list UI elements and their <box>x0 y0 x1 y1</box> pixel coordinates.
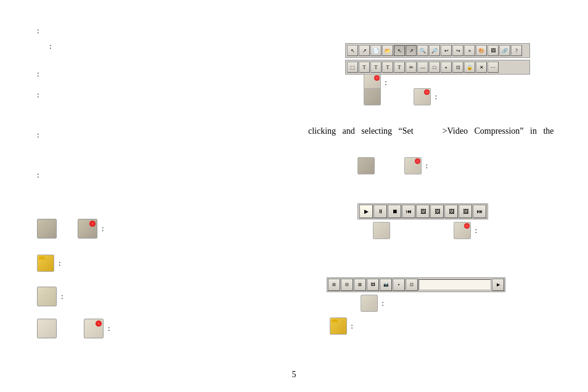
tb-btn-list[interactable]: ≡ <box>464 45 475 56</box>
frame-btn-4[interactable]: 🖼 <box>459 205 472 218</box>
icon-r4-right <box>454 222 471 239</box>
colon-two: : <box>108 324 110 333</box>
colon-r2: : <box>435 92 438 101</box>
right-icon-row-4: : <box>373 222 477 239</box>
colon-r4: : <box>475 226 478 235</box>
toolbar-row-2: ⬚ T T T T ✏ — □ ▪ ⊡ 🔒 ✕ ⋯ <box>345 60 530 75</box>
inline-text-block: clicking and selecting “Set >Video Compr… <box>308 123 573 139</box>
page-container: : : : : : : : <box>0 0 588 392</box>
gear-icon-1 <box>37 219 57 239</box>
tb-btn-text4[interactable]: T <box>394 62 405 73</box>
left-colon-2: : <box>37 69 39 78</box>
tb-btn-text2[interactable]: T <box>370 62 382 73</box>
frame-btn-3[interactable]: 🖼 <box>444 205 458 218</box>
colon-folder-bottom: : <box>351 321 353 330</box>
icon-row-folder: : <box>37 255 271 272</box>
left-colon-1a: : <box>49 41 52 51</box>
gear-icon-2 <box>78 219 97 239</box>
folder-icon <box>37 255 54 272</box>
tb-btn-new[interactable]: 📄 <box>370 45 382 56</box>
tb-btn-zoom-out[interactable]: 🔎 <box>429 45 440 56</box>
bt-btn-4[interactable]: 🖼 <box>367 279 379 291</box>
timeline-toolbar: ▶ ⏸ ⏹ ⏮ 🖼 🖼 🖼 🖼 ⏭ <box>357 203 488 219</box>
tb-btn-arrow[interactable]: ↗ <box>359 45 370 56</box>
word-selecting: selecting <box>361 126 392 136</box>
tb-btn-link[interactable]: 🔗 <box>499 45 510 56</box>
red-icon-r2 <box>414 88 431 105</box>
tb-btn-help[interactable]: ? <box>511 45 522 56</box>
frame-btn-2[interactable]: 🖼 <box>430 205 444 218</box>
icon-r4-left <box>373 222 390 239</box>
printer-icon-sm <box>361 295 378 312</box>
tb-btn-pencil[interactable]: ✏ <box>406 62 417 73</box>
left-column: : : : : : : : <box>37 25 271 343</box>
word-the: the <box>543 126 553 136</box>
left-colon-5: : <box>37 170 39 179</box>
play-button[interactable]: ▶ <box>359 205 373 218</box>
colon-r1: : <box>385 78 387 87</box>
tb-btn-zoom-in[interactable]: 🔍 <box>417 45 428 56</box>
left-item-1: : <box>37 25 271 38</box>
tb-btn-shape[interactable]: □ <box>429 62 440 73</box>
word-clicking: clicking <box>308 126 336 136</box>
tb-btn-crop[interactable]: ⊡ <box>452 62 463 73</box>
colon-printer: : <box>61 292 63 301</box>
tb-btn-pointer[interactable]: ↖ <box>394 45 405 56</box>
film-icon-left <box>37 319 57 338</box>
bottom-toolbar-input[interactable] <box>419 279 491 290</box>
begin-button[interactable]: ⏮ <box>402 205 415 218</box>
printer-icon-row: : <box>361 295 384 312</box>
icon-row-two: : <box>37 319 271 338</box>
colon-printer-sm: : <box>382 298 384 308</box>
left-item-1a: : <box>37 40 271 53</box>
tb-btn-redo[interactable]: ↪ <box>452 45 463 56</box>
tb-btn-pointer2[interactable]: ↗ <box>406 45 417 56</box>
bt-btn-5[interactable]: 📷 <box>380 279 392 291</box>
tb-btn-undo[interactable]: ↩ <box>441 45 452 56</box>
frame-btn-1[interactable]: 🖼 <box>416 205 430 218</box>
tb-btn-line[interactable]: — <box>417 62 428 73</box>
toolbar-row-1: ↖ ↗ 📄 📂 ↖ ↗ 🔍 🔎 ↩ ↪ ≡ 🎨 🖼 🔗 ? <box>345 43 530 58</box>
film-icon-right <box>84 319 104 338</box>
left-colon-1: : <box>37 26 39 35</box>
bottom-toolbar-wrap: ⊞ ⊟ ⊠ 🖼 📷 ▪ ⊡ ▶ <box>327 277 505 292</box>
left-item-3: : <box>37 89 271 102</box>
icon-row-gear: : <box>37 219 271 239</box>
tb-btn-img[interactable]: 🖼 <box>488 45 499 56</box>
tb-btn-text[interactable]: T <box>359 62 370 73</box>
bt-btn-1[interactable]: ⊞ <box>328 279 340 291</box>
tb-btn-color[interactable]: 🎨 <box>476 45 487 56</box>
left-item-5: : <box>37 169 271 182</box>
word-compression: Compression” <box>474 126 523 136</box>
tb-btn-cursor[interactable]: ↖ <box>347 45 358 56</box>
bt-btn-scroll-right[interactable]: ▶ <box>492 279 504 291</box>
stop-button[interactable]: ⏹ <box>388 205 401 218</box>
timeline-toolbar-wrap: ▶ ⏸ ⏹ ⏮ 🖼 🖼 🖼 🖼 ⏭ <box>357 203 488 219</box>
tb-btn-fill[interactable]: ▪ <box>441 62 452 73</box>
toolbar-area: ↖ ↗ 📄 📂 ↖ ↗ 🔍 🔎 ↩ ↪ ≡ 🎨 🖼 🔗 ? ⬚ T T T T … <box>345 43 530 76</box>
tb-btn-select[interactable]: ⬚ <box>347 62 358 73</box>
right-film-row: : <box>357 157 428 174</box>
bt-btn-6[interactable]: ▪ <box>393 279 405 291</box>
tb-btn-more[interactable]: ⋯ <box>488 62 499 73</box>
word-set: “Set <box>399 126 414 136</box>
icon-row-printer: : <box>37 287 271 306</box>
printer-icon <box>37 287 57 306</box>
tb-btn-x[interactable]: ✕ <box>476 62 487 73</box>
right-icon-row-2: : <box>364 88 437 105</box>
end-button[interactable]: ⏭ <box>473 205 486 218</box>
word-in: in <box>530 126 537 136</box>
left-item-2: : <box>37 68 271 81</box>
tb-btn-lock[interactable]: 🔒 <box>464 62 475 73</box>
left-colon-4: : <box>37 130 39 139</box>
tb-btn-text3[interactable]: T <box>382 62 393 73</box>
folder-icon-row: : <box>330 317 353 335</box>
tb-btn-open[interactable]: 📂 <box>382 45 393 56</box>
pause-button[interactable]: ⏸ <box>374 205 387 218</box>
colon-gear: : <box>102 224 104 234</box>
bt-btn-7[interactable]: ⊡ <box>406 279 418 291</box>
page-number: 5 <box>292 370 296 380</box>
bt-btn-2[interactable]: ⊟ <box>341 279 353 291</box>
folder-icon-bottom <box>330 317 347 335</box>
bt-btn-3[interactable]: ⊠ <box>354 279 366 291</box>
